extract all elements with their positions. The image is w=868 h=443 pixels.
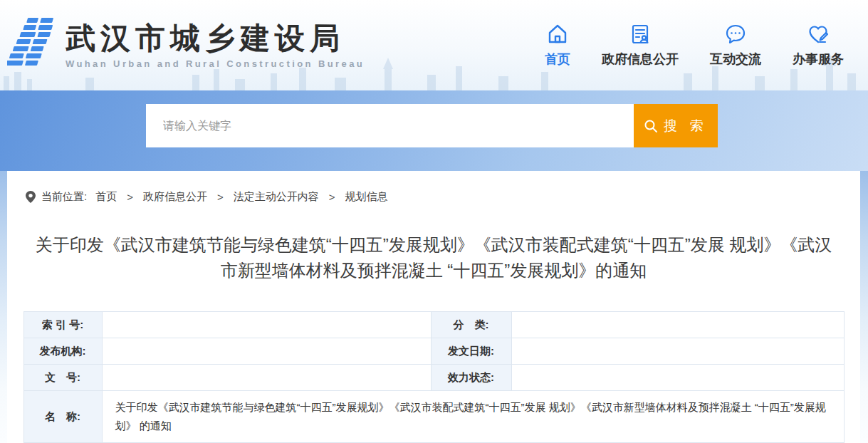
search-button-label: 搜 索	[664, 117, 707, 135]
nav-item-home[interactable]: 首页	[545, 23, 570, 68]
meta-value-category	[511, 312, 844, 338]
home-icon	[546, 23, 569, 46]
meta-value-index-number	[102, 312, 431, 338]
gov-info-icon	[629, 23, 652, 46]
search-input[interactable]	[146, 104, 634, 147]
meta-label-name: 名 称:	[23, 391, 102, 443]
nav-label: 办事服务	[793, 51, 844, 68]
breadcrumb-link-statutory-disclosure[interactable]: 法定主动公开内容	[234, 190, 319, 204]
breadcrumb-separator: >	[127, 191, 133, 203]
nav-label: 政府信息公开	[602, 51, 679, 68]
site-header: 武汉市城乡建设局 Wuhan Urban and Rural Construct…	[0, 0, 868, 90]
meta-label-document-number: 文 号:	[23, 365, 102, 391]
chat-icon	[724, 23, 747, 46]
meta-value-validity-status	[511, 365, 844, 391]
meta-value-issue-date	[511, 338, 844, 365]
top-navigation: 首页 政府信息公开 互动交流	[545, 23, 844, 68]
breadcrumb-link-home[interactable]: 首页	[95, 190, 117, 204]
meta-label-category: 分 类:	[431, 312, 511, 338]
document-meta-table: 索 引 号: 分 类: 发布机构: 发文日期: 文 号: 效力状态: 名 称: …	[23, 311, 845, 443]
site-title-english: Wuhan Urban and Rural Construction Burea…	[66, 58, 365, 69]
table-row: 名 称: 关于印发《武汉市建筑节能与绿色建筑“十四五”发展规划》《武汉市装配式建…	[23, 391, 844, 443]
breadcrumb-separator: >	[329, 191, 335, 203]
search-button[interactable]: 搜 索	[634, 104, 718, 147]
nav-label: 互动交流	[710, 51, 761, 68]
search-bar: 搜 索	[146, 104, 718, 147]
table-row: 索 引 号: 分 类:	[23, 312, 844, 338]
nav-label: 首页	[545, 51, 570, 68]
search-banner: 搜 索	[0, 90, 868, 171]
site-brand[interactable]: 武汉市城乡建设局 Wuhan Urban and Rural Construct…	[7, 16, 365, 70]
search-icon	[644, 119, 658, 133]
breadcrumb-prefix: 当前位置:	[41, 190, 87, 204]
location-pin-icon	[26, 191, 36, 203]
site-title: 武汉市城乡建设局	[66, 21, 365, 56]
meta-value-issuing-agency	[102, 338, 431, 365]
meta-value-name: 关于印发《武汉市建筑节能与绿色建筑“十四五”发展规划》《武汉市装配式建筑“十四五…	[102, 391, 844, 443]
breadcrumb-separator: >	[217, 191, 224, 203]
service-heart-icon	[807, 23, 830, 46]
table-row: 发布机构: 发文日期:	[23, 338, 844, 365]
nav-item-interaction[interactable]: 互动交流	[710, 23, 761, 68]
meta-label-issuing-agency: 发布机构:	[23, 338, 102, 365]
meta-label-issue-date: 发文日期:	[431, 338, 511, 365]
article-title: 关于印发《武汉市建筑节能与绿色建筑“十四五”发展规划》《武汉市装配式建筑“十四五…	[35, 232, 832, 283]
content-section: 当前位置: 首页 > 政府信息公开 > 法定主动公开内容 > 规划信息 关于印发…	[0, 171, 868, 443]
content-panel: 当前位置: 首页 > 政府信息公开 > 法定主动公开内容 > 规划信息 关于印发…	[7, 171, 860, 443]
bureau-logo-icon	[7, 16, 58, 70]
nav-item-gov-info[interactable]: 政府信息公开	[602, 23, 679, 68]
breadcrumb: 当前位置: 首页 > 政府信息公开 > 法定主动公开内容 > 规划信息	[7, 171, 860, 204]
nav-item-services[interactable]: 办事服务	[793, 23, 844, 68]
breadcrumb-link-planning-info[interactable]: 规划信息	[345, 190, 387, 204]
breadcrumb-link-gov-info[interactable]: 政府信息公开	[143, 190, 207, 204]
meta-label-index-number: 索 引 号:	[23, 312, 102, 338]
table-row: 文 号: 效力状态:	[23, 365, 844, 391]
meta-label-validity-status: 效力状态:	[431, 365, 511, 391]
meta-value-document-number	[102, 365, 431, 391]
